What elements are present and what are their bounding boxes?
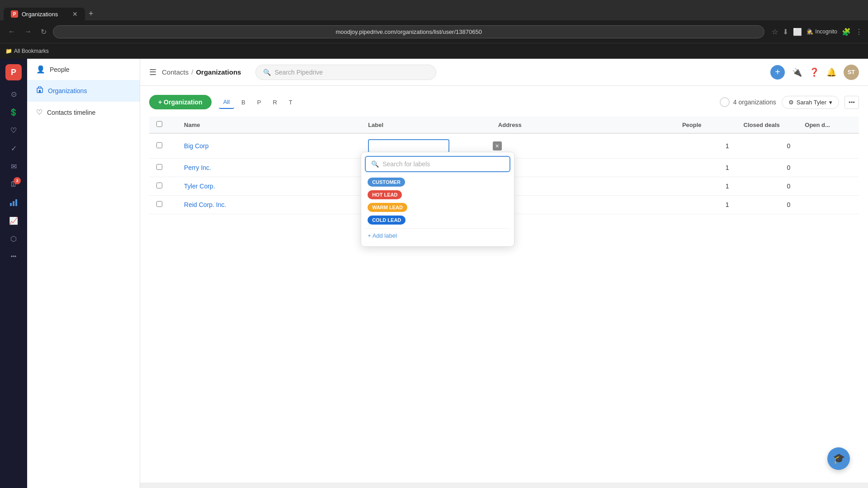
sidebar-icon-products[interactable]: ⬡ [5, 230, 22, 247]
sidebar-icon-deals[interactable]: 💲 [5, 104, 22, 120]
label-option-cold-lead[interactable]: COLD LEAD [365, 214, 510, 226]
address-cell [491, 133, 675, 159]
refresh-button[interactable]: ↻ [38, 26, 49, 38]
extensions-btn[interactable]: 🔌 [792, 67, 802, 77]
name-column-header[interactable]: Name [177, 117, 361, 133]
nav-item-people[interactable]: 👤 People [27, 59, 140, 80]
people-column-header[interactable]: People [675, 117, 736, 133]
bookmarks-button[interactable]: 📁 All Bookmarks [5, 48, 49, 54]
breadcrumb-parent[interactable]: Contacts [162, 68, 189, 76]
org-count: 4 organizations [720, 97, 776, 107]
people-cell: 1 [675, 196, 736, 214]
owner-name: Sarah Tyler [797, 99, 826, 106]
sidebar-icon-home[interactable]: ⊙ [5, 86, 22, 102]
label-option-customer[interactable]: CUSTOMER [365, 176, 510, 188]
bookmark-star-icon[interactable]: ☆ [772, 28, 778, 36]
sidebar-icon-insights[interactable]: 📈 [5, 212, 22, 229]
help-button[interactable]: ❓ [809, 67, 819, 77]
breadcrumb-separator: / [191, 68, 193, 76]
more-options-button[interactable]: ••• [844, 96, 859, 109]
customer-label[interactable]: CUSTOMER [368, 178, 405, 187]
sidebar-icon-activities[interactable]: ✓ [5, 140, 22, 156]
org-name-link[interactable]: Big Corp [184, 142, 208, 150]
address-cell [491, 177, 675, 196]
label-option-warm-lead[interactable]: WARM LEAD [365, 201, 510, 214]
row-checkbox[interactable] [156, 142, 162, 148]
svg-rect-1 [13, 201, 14, 206]
header-search[interactable]: 🔍 Search Pipedrive [255, 65, 436, 80]
row-checkbox[interactable] [156, 164, 162, 170]
active-tab[interactable]: P Organizations ✕ [4, 8, 85, 20]
address-column-header[interactable]: Address [491, 117, 675, 133]
org-name-link[interactable]: Reid Corp. Inc. [184, 201, 226, 208]
open-deals-column-header[interactable]: Open d... [797, 117, 859, 133]
back-button[interactable]: ← [5, 26, 18, 38]
label-option-hot-lead[interactable]: HOT LEAD [365, 188, 510, 201]
row-checkbox-cell[interactable] [149, 196, 177, 214]
label-input-box[interactable] [368, 139, 449, 153]
people-cell: 1 [675, 133, 736, 159]
nav-item-contacts-timeline[interactable]: ♡ Contacts timeline [27, 102, 140, 123]
sidebar-icon-more[interactable]: ••• [5, 249, 22, 265]
address-bar[interactable]: moodjoy.pipedrive.com/organizations/list… [53, 25, 764, 38]
owner-filter-button[interactable]: ⚙ Sarah Tyler ▾ [782, 96, 839, 109]
menu-toggle-button[interactable]: ☰ [149, 67, 156, 77]
help-fab[interactable]: 🎓 [827, 447, 850, 470]
cold-lead-label[interactable]: COLD LEAD [368, 216, 406, 225]
forward-button[interactable]: → [22, 26, 34, 38]
address-cell [491, 196, 675, 214]
row-checkbox-cell[interactable] [149, 177, 177, 196]
tab-close-button[interactable]: ✕ [72, 10, 78, 18]
sidebar-icon-mail[interactable]: ✉ [5, 158, 22, 174]
org-name-cell: Perry Inc. [177, 159, 361, 177]
row-checkbox-cell[interactable] [149, 133, 177, 159]
label-search-input[interactable] [382, 160, 504, 168]
select-all-checkbox[interactable] [156, 121, 162, 127]
download-icon[interactable]: ⬇ [783, 28, 788, 36]
main-content: ☰ Contacts / Organizations 🔍 Search Pipe… [140, 59, 868, 488]
filter-r[interactable]: R [268, 96, 281, 109]
hot-lead-label[interactable]: HOT LEAD [368, 190, 402, 199]
label-search-box[interactable]: 🔍 [365, 156, 510, 172]
nav-item-organizations[interactable]: Organizations [27, 80, 140, 102]
filter-t[interactable]: T [284, 96, 297, 109]
incognito-badge: 🕵 Incognito [807, 28, 837, 35]
app-logo[interactable]: P [5, 64, 22, 80]
browser-chrome: P Organizations ✕ + ← → ↻ moodjoy.pipedr… [0, 0, 868, 59]
organizations-icon [36, 86, 43, 95]
sidebar-icon-contacts[interactable]: ♡ [5, 122, 22, 138]
filter-all[interactable]: All [219, 96, 234, 109]
filter-b[interactable]: B [237, 96, 250, 109]
sidebar-icon-reports[interactable] [5, 194, 22, 211]
org-name-link[interactable]: Tyler Corp. [184, 183, 215, 190]
new-tab-button[interactable]: + [85, 7, 97, 20]
filter-icon: ⚙ [788, 99, 794, 106]
devices-icon[interactable]: ⬜ [793, 28, 802, 36]
filter-p[interactable]: P [253, 96, 266, 109]
menu-icon[interactable]: ⋮ [855, 28, 863, 36]
label-clear-button[interactable]: ✕ [493, 141, 502, 150]
warm-lead-label[interactable]: WARM LEAD [368, 203, 407, 212]
address-cell [491, 159, 675, 177]
closed-deals-cell: 0 [736, 196, 798, 214]
row-checkbox-cell[interactable] [149, 159, 177, 177]
closed-deals-column-header[interactable]: Closed deals [736, 117, 798, 133]
add-organization-button[interactable]: + Organization [149, 95, 212, 109]
horizontal-scrollbar[interactable] [140, 483, 868, 488]
sidebar-icon-calendar[interactable]: 🗓 3 [5, 176, 22, 192]
extensions-icon[interactable]: 🧩 [842, 28, 851, 36]
add-button[interactable]: + [770, 65, 785, 80]
browser-tabs: P Organizations ✕ + [0, 0, 868, 20]
row-checkbox[interactable] [156, 201, 162, 207]
org-name-link[interactable]: Perry Inc. [184, 164, 211, 171]
add-label-button[interactable]: + Add label [365, 228, 510, 243]
incognito-label: Incognito [815, 28, 837, 35]
tab-title: Organizations [22, 11, 58, 18]
nav-panel: 👤 People Organizations ♡ Contacts timeli… [27, 59, 140, 488]
select-all-header[interactable] [149, 117, 177, 133]
user-avatar[interactable]: ST [844, 65, 859, 80]
notifications-button[interactable]: 🔔 [826, 67, 836, 77]
label-cell: ✕ 🔍 CUSTOMER HOT LEAD [361, 133, 491, 159]
label-column-header[interactable]: Label [361, 117, 491, 133]
row-checkbox[interactable] [156, 183, 162, 188]
